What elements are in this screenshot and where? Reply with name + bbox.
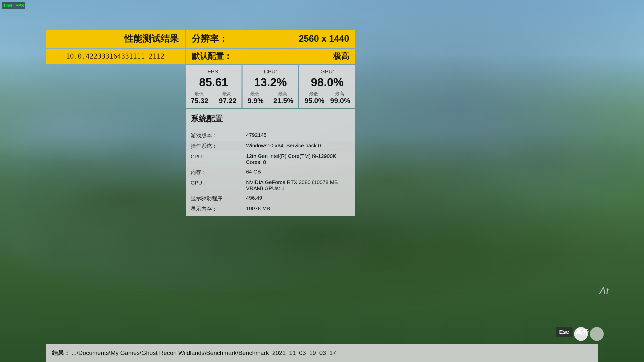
fps-max-value: 97.22: [219, 97, 236, 105]
sys-config-title: 系统配置: [186, 109, 355, 128]
gpu-min-item: 最低: 95.0%: [304, 91, 324, 105]
esc-button-area[interactable]: Esc 离开: [556, 327, 589, 337]
gpu-label: GPU:: [304, 68, 350, 75]
fps-max-label: 最高:: [219, 91, 236, 97]
cpu-minmax: 最低: 9.9% 最高: 21.5%: [248, 91, 293, 105]
cpu-label: CPU:: [248, 68, 293, 75]
gpu-max-item: 最高: 99.0%: [330, 91, 350, 105]
sys-row: 显示内存： 10078 MB: [186, 204, 355, 214]
cpu-max-label: 最高:: [273, 91, 293, 97]
gpu-min-value: 95.0%: [304, 97, 324, 105]
sys-val: 64 GB: [246, 169, 261, 176]
sys-row: 内存： 64 GB: [186, 167, 355, 177]
resolution-panel: 分辨率： 644 x 362: [186, 30, 355, 48]
sys-key: 显示内存：: [191, 205, 246, 212]
sys-val: 4792145: [246, 132, 267, 139]
fps-min-value: 75.32: [191, 97, 208, 105]
cpu-max-value: 21.5%: [273, 97, 293, 105]
ui-container: 性能测试结果 分辨率： 644 x 362 10.0.42233316433…: [46, 30, 355, 216]
config-label: 默认配置：: [192, 51, 232, 62]
page-title: 性能测试结果: [124, 33, 179, 45]
circle-2: [590, 327, 604, 341]
stats-row: FPS: 85.61 最低: 75.32 最高: 97.22 CPU: 13.2…: [186, 65, 355, 108]
config-value: 极高: [333, 51, 349, 62]
results-panel: 结果： ...\Documents\My Games\Ghost Recon W…: [46, 344, 598, 362]
fps-max-item: 最高: 97.22: [219, 91, 236, 105]
fps-label: FPS:: [191, 68, 236, 75]
config-panel: 默认配置： 极高: [186, 49, 355, 64]
gpu-max-value: 99.0%: [330, 97, 350, 105]
sys-val: 12th Gen Intel(R) Core(TM) i9-12900K Cor…: [246, 153, 350, 165]
fps-counter: 150 FPS: [2, 2, 25, 9]
sys-val: 10078 MB: [246, 205, 270, 212]
sys-key: CPU：: [191, 153, 246, 165]
cpu-min-value: 9.9%: [248, 97, 264, 105]
gpu-main-value: 98.0%: [304, 76, 350, 89]
resolution-label: 分辨率：: [192, 33, 228, 45]
fps-main-value: 85.61: [191, 76, 236, 89]
cpu-main-value: 13.2%: [248, 76, 293, 89]
sys-key: 显示驱动程序：: [191, 195, 246, 202]
esc-label: 离开: [576, 328, 589, 337]
fps-minmax: 最低: 75.32 最高: 97.22: [191, 91, 236, 105]
sys-key: 操作系统：: [191, 143, 246, 150]
gpu-stat-box: GPU: 98.0% 最低: 95.0% 最高: 99.0%: [299, 65, 355, 108]
fps-min-label: 最低:: [191, 91, 208, 97]
results-path: ...\Documents\My Games\Ghost Recon Wildl…: [72, 349, 336, 356]
esc-key-badge[interactable]: Esc: [556, 327, 573, 337]
sys-row: CPU： 12th Gen Intel(R) Core(TM) i9-12900…: [186, 151, 355, 167]
benchmark-id-panel: 10.0.422333164331111 2112: [46, 49, 185, 64]
sys-row: 操作系统： Windows10 x64, Service pack 0: [186, 141, 355, 151]
header-row: 性能测试结果 分辨率： 644 x 362: [46, 30, 355, 48]
sys-row: 游戏版本： 4792145: [186, 130, 355, 141]
benchmark-id: 10.0.422333164331111 2112: [66, 53, 164, 60]
cpu-stat-box: CPU: 13.2% 最低: 9.9% 最高: 21.5%: [243, 65, 298, 108]
sys-row: GPU： NVIDIA GeForce RTX 3080 (10078 MB V…: [186, 177, 355, 193]
at-text: At: [599, 285, 609, 297]
sys-config-table: 游戏版本： 4792145 操作系统： Windows10 x64, Servi…: [186, 128, 355, 216]
gpu-max-label: 最高:: [330, 91, 350, 97]
resolution-value: 644 x 362: [299, 33, 349, 44]
sys-val: Windows10 x64, Service pack 0: [246, 143, 321, 150]
sys-row: 显示驱动程序： 496.49: [186, 193, 355, 204]
fps-min-item: 最低: 75.32: [191, 91, 208, 105]
results-label: 结果：: [52, 349, 70, 356]
sys-val: NVIDIA GeForce RTX 3080 (10078 MB VRAM) …: [246, 179, 350, 191]
sys-val: 496.49: [246, 195, 262, 202]
fps-stat-box: FPS: 85.61 最低: 75.32 最高: 97.22: [186, 65, 242, 108]
cpu-min-label: 最低:: [248, 91, 264, 97]
sys-key: 游戏版本：: [191, 132, 246, 139]
gpu-min-label: 最低:: [304, 91, 324, 97]
sys-key: GPU：: [191, 179, 246, 191]
sys-key: 内存：: [191, 169, 246, 176]
cpu-max-item: 最高: 21.5%: [273, 91, 293, 105]
cpu-min-item: 最低: 9.9%: [248, 91, 264, 105]
title-panel: 性能测试结果: [46, 30, 185, 48]
sub-row: 10.0.422333164331111 2112 默认配置： 极高: [46, 49, 355, 64]
gpu-minmax: 最低: 95.0% 最高: 99.0%: [304, 91, 350, 105]
sys-config-panel: 系统配置 游戏版本： 4792145 操作系统： Windows10 x64, …: [186, 109, 355, 216]
